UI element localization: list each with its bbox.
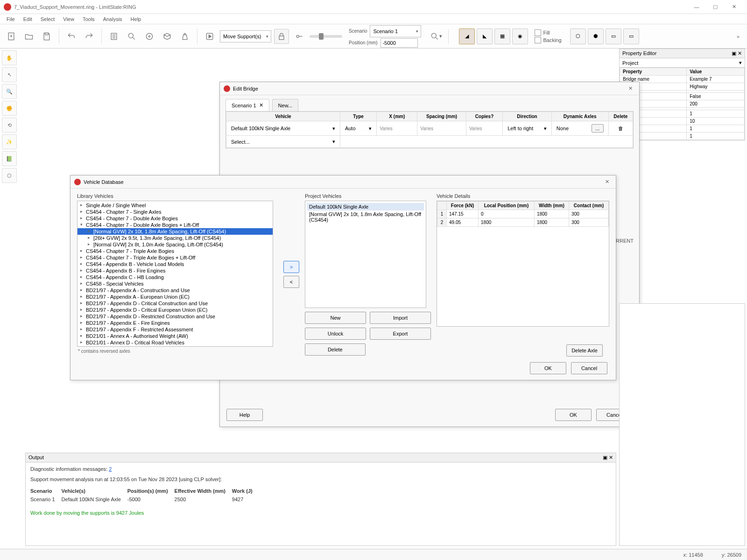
effects-icon[interactable]: ✨	[2, 134, 17, 149]
menu-help[interactable]: Help	[127, 15, 145, 23]
fill-swatch[interactable]	[535, 29, 541, 36]
tree-item[interactable]: BD21/97 - Appendix A - Construction and …	[78, 287, 273, 294]
zoom-tool-icon[interactable]: 🔍	[2, 84, 17, 99]
delete-axle-button[interactable]: Delete Axle	[566, 344, 603, 357]
edit-bridge-ok-button[interactable]: OK	[555, 409, 592, 421]
scenario-select[interactable]: Scenario 1	[370, 25, 421, 37]
spacing-cell[interactable]: Varies	[417, 121, 466, 136]
wheel-icon[interactable]	[142, 29, 157, 44]
maximize-button[interactable]: ▢	[706, 0, 725, 14]
zoom-icon[interactable]: ▾	[429, 29, 444, 44]
toggle-7[interactable]: ▭	[606, 28, 621, 44]
details-cell[interactable]: 147.15	[447, 210, 479, 218]
tree-item[interactable]: CS454 - Chapter 7 - Double Axle Bogies +…	[78, 222, 273, 228]
toggle-5[interactable]: ⬡	[570, 28, 586, 44]
menu-analysis[interactable]: Analysis	[99, 15, 126, 23]
block-icon[interactable]	[160, 29, 175, 44]
tree-item[interactable]: Single Axle / Single Wheel	[78, 202, 273, 209]
select-vehicle-cell[interactable]: Select...▾	[229, 138, 337, 146]
project-item[interactable]: [Normal GVW] 2x 10t, 1.8m Axle Spacing, …	[307, 210, 424, 224]
search-icon[interactable]	[124, 29, 139, 44]
vdb-ok-button[interactable]: OK	[530, 362, 566, 374]
output-controls[interactable]: ▣ ✕	[603, 455, 613, 461]
prop-cell[interactable]: 200	[687, 100, 745, 108]
toggle-1[interactable]: ◢	[459, 28, 475, 44]
details-cell[interactable]: 0	[479, 210, 535, 218]
minimize-button[interactable]: —	[687, 0, 706, 14]
copies-cell[interactable]: Varies	[466, 121, 502, 136]
tree-item[interactable]: BD21/01 - Annex D - Critical Road Vehicl…	[78, 339, 273, 346]
lock-icon[interactable]	[274, 29, 289, 44]
menu-edit[interactable]: Edit	[20, 15, 36, 23]
tree-item[interactable]: [Normal GVW] 2x 10t, 1.8m Axle Spacing, …	[78, 228, 273, 235]
prop-cell[interactable]: 10	[687, 118, 745, 125]
open-icon[interactable]	[21, 29, 36, 44]
details-cell[interactable]: 1800	[534, 210, 569, 218]
tree-item[interactable]: CS454 - Chapter 7 - Double Axle Bogies	[78, 215, 273, 222]
backing-swatch[interactable]	[535, 37, 541, 43]
unlock-vehicle-button[interactable]: Unlock	[305, 328, 366, 340]
menu-view[interactable]: View	[59, 15, 78, 23]
toolbar-overflow[interactable]: »	[733, 34, 743, 39]
pan-icon[interactable]: ✋	[2, 50, 17, 65]
tree-item[interactable]: [26t+ GVW] 2x 9.5t, 1.3m Axle Spacing, L…	[78, 235, 273, 241]
tab-scenario1[interactable]: Scenario 1✕	[226, 99, 269, 111]
move-left-button[interactable]: <	[283, 276, 299, 288]
tree-item[interactable]: BD21/97 - Appendix D - Restricted Constr…	[78, 313, 273, 320]
export-vehicle-button[interactable]: Export	[370, 328, 431, 340]
new-icon[interactable]	[4, 29, 19, 44]
menu-select[interactable]: Select	[37, 15, 59, 23]
x-cell[interactable]: Varies	[377, 121, 417, 136]
undo-icon[interactable]	[64, 29, 79, 44]
vdb-close-icon[interactable]: ✕	[602, 179, 612, 185]
prop-cell[interactable]: False	[687, 93, 745, 100]
position-slider[interactable]	[310, 35, 342, 38]
tree-item[interactable]: CS454 - Appendix B - Fire Engines	[78, 267, 273, 274]
tree-item[interactable]: BD21/97 - Appendix D - Critical European…	[78, 307, 273, 313]
slider-icon[interactable]	[292, 29, 307, 44]
toggle-6[interactable]: ⬢	[588, 28, 604, 44]
help-button[interactable]: Help	[226, 409, 263, 421]
tree-item[interactable]: CS454 - Appendix B - Vehicle Load Models	[78, 261, 273, 267]
new-vehicle-button[interactable]: New	[305, 312, 366, 324]
save-icon[interactable]	[39, 29, 54, 44]
tree-item[interactable]: CS454 - Chapter 7 - Single Axles	[78, 209, 273, 215]
tree-item[interactable]: BD21/97 - Appendix F - Restricted Assess…	[78, 326, 273, 333]
library-tree[interactable]: Single Axle / Single WheelCS454 - Chapte…	[77, 201, 273, 347]
list-icon[interactable]	[106, 29, 121, 44]
book-icon[interactable]: 📗	[2, 151, 17, 166]
prop-cell[interactable]: 1	[687, 133, 745, 140]
details-cell[interactable]: 49.05	[447, 218, 479, 227]
cube-icon[interactable]: ⬡	[2, 168, 17, 183]
vdb-cancel-button[interactable]: Cancel	[571, 362, 607, 374]
redo-icon[interactable]	[82, 29, 97, 44]
tab-new[interactable]: New...	[272, 99, 299, 111]
tree-item[interactable]: BD21/97 - Appendix E - Fire Engines	[78, 320, 273, 326]
pointer-icon[interactable]: ↖	[2, 67, 17, 82]
tree-item[interactable]: CS458 - Special Vehicles	[78, 280, 273, 287]
rotate-icon[interactable]: ⟲	[2, 118, 17, 133]
tree-item[interactable]: CS454 - Chapter 7 - Triple Axle Bogies +…	[78, 254, 273, 261]
details-cell[interactable]: 1800	[479, 218, 535, 227]
tree-item[interactable]: BD21/01 - Annex A - Authorised Weight (A…	[78, 333, 273, 339]
dyn-more-button[interactable]: ...	[592, 124, 604, 133]
diag-link[interactable]: 2	[109, 466, 112, 472]
direction-cell[interactable]: Left to right▾	[506, 125, 549, 133]
toggle-3[interactable]: ▦	[494, 28, 510, 44]
prop-cell[interactable]: 1	[687, 110, 745, 118]
dyn-cell[interactable]: None...	[555, 123, 606, 133]
prop-cell[interactable]: 1	[687, 125, 745, 133]
tree-item[interactable]: CS454 - Chapter 7 - Triple Axle Bogies	[78, 248, 273, 254]
prop-cell[interactable]: Example 7	[687, 76, 745, 83]
project-item[interactable]: Default 100kN Single Axle	[307, 203, 424, 210]
menu-file[interactable]: File	[3, 15, 19, 23]
vehicle-cell[interactable]: Default 100kN Single Axle▾	[229, 125, 337, 133]
toggle-8[interactable]: ▭	[623, 28, 639, 44]
type-cell[interactable]: Auto▾	[343, 125, 374, 133]
details-cell[interactable]: 300	[569, 210, 609, 218]
delete-vehicle-button[interactable]: Delete	[305, 343, 366, 356]
project-vehicles-list[interactable]: Default 100kN Single Axle [Normal GVW] 2…	[305, 201, 426, 308]
action-combo[interactable]: Move Support(s)	[220, 30, 271, 42]
propeditor-selector[interactable]: Project	[622, 60, 638, 66]
tree-item[interactable]: BD21/97 - Appendix D - Critical Construc…	[78, 300, 273, 307]
